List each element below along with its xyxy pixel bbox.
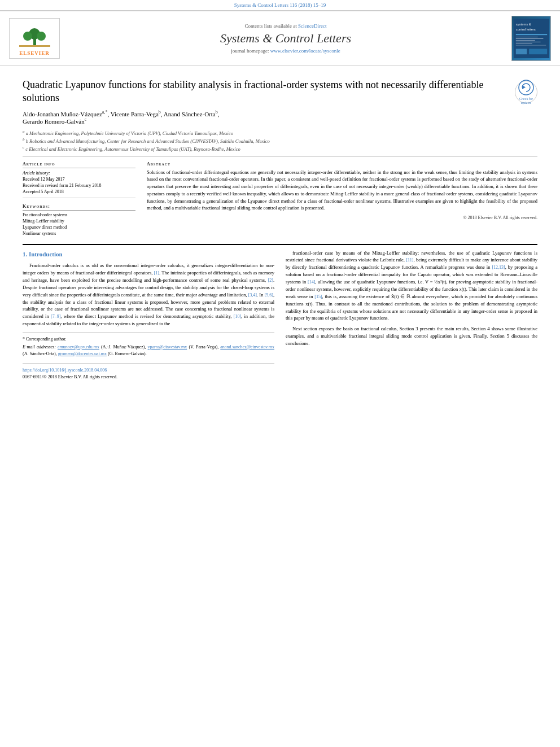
- abstract-heading: Abstract: [147, 161, 537, 167]
- svg-text:control letters: control letters: [515, 28, 535, 31]
- ref-5-6: [5,6]: [265, 292, 273, 298]
- abstract-section: Abstract Solutions of fractional-order d…: [147, 161, 537, 237]
- journal-title: Systems & Control Letters: [65, 31, 506, 46]
- presents-main-results: presents the main results, Section: [419, 326, 485, 331]
- ref-3-4: [3,4]: [248, 292, 257, 298]
- svg-rect-16: [515, 49, 526, 54]
- article-info-heading: Article info: [23, 161, 135, 168]
- elsevier-logo: ELSEVIER: [9, 18, 60, 59]
- authors-line: Aldo-Jonathan Muñoz-Vázqueza,*, Vicente …: [23, 110, 509, 125]
- svg-rect-10: [515, 37, 537, 37]
- author-4: Gerardo Romero-Galván: [23, 118, 85, 125]
- author-3: Anand Sánchez-Orta: [164, 110, 216, 117]
- main-content: Quadratic Lyapunov functions for stabili…: [0, 66, 560, 387]
- journal-header: ELSEVIER Contents lists available at Sci…: [0, 10, 560, 66]
- accepted-date: Accepted 5 April 2018: [23, 189, 135, 194]
- svg-point-3: [23, 32, 32, 41]
- intro-para-2: fractional-order case by means of the Mi…: [286, 250, 537, 322]
- body-content: 1. Introduction Fractional-order calculu…: [23, 250, 537, 381]
- revised-date: Received in revised form 21 February 201…: [23, 183, 135, 188]
- affiliation-a: a a Mechatronic Engineering, Polytechnic…: [23, 129, 537, 136]
- ref-2: [2]: [268, 278, 273, 283]
- keyword-2: Mittag-Leffler stability: [23, 219, 135, 224]
- issn-line: 0167-6911/© 2018 Elsevier B.V. All right…: [23, 374, 274, 381]
- author-1: Aldo-Jonathan Muñoz-Vázquez: [23, 110, 102, 117]
- body-col-left: 1. Introduction Fractional-order calculu…: [23, 250, 274, 381]
- article-meta-section: Article info Article history: Received 1…: [23, 161, 537, 237]
- abstract-text: Solutions of fractional-order differinte…: [147, 169, 537, 212]
- svg-rect-17: [529, 49, 547, 54]
- svg-marker-19: [522, 85, 526, 89]
- keywords-section: Keywords: Fractional-order systems Mitta…: [23, 204, 135, 236]
- svg-point-18: [519, 80, 533, 95]
- journal-cover-image: systems & control letters: [511, 16, 551, 61]
- contents-prefix: Contents lists available at: [245, 23, 297, 29]
- sciencedirect-link[interactable]: ScienceDirect: [298, 23, 326, 29]
- revised-word: revised: [140, 313, 154, 319]
- svg-rect-12: [515, 40, 535, 41]
- svg-rect-11: [515, 38, 543, 39]
- ref-12-13: [12,13]: [492, 265, 505, 270]
- homepage-prefix: journal homepage:: [231, 48, 269, 54]
- intro-para-1: Fractional-order calculus is as old as t…: [23, 262, 274, 327]
- keyword-1: Fractional-order systems: [23, 212, 135, 217]
- affiliations: a a Mechatronic Engineering, Polytechnic…: [23, 129, 537, 151]
- homepage-url[interactable]: www.elsevier.com/locate/sysconle: [270, 48, 340, 54]
- ref-11: [11]: [406, 257, 413, 263]
- contents-available-line: Contents lists available at ScienceDirec…: [65, 23, 506, 29]
- history-label: Article history:: [23, 171, 135, 176]
- svg-text:systems &: systems &: [515, 23, 531, 26]
- ref-1: [1]: [154, 270, 159, 276]
- bottom-links: https://doi.org/10.1016/j.sysconle.2018.…: [23, 363, 274, 381]
- svg-rect-5: [19, 45, 50, 47]
- journal-citation: Systems & Control Letters 116 (2018) 15–…: [234, 2, 326, 8]
- email-1[interactable]: amunozv@upv.edu.mx: [58, 344, 99, 350]
- email-2[interactable]: vparra@cinvestav.mx: [148, 344, 187, 350]
- header-divider: [23, 156, 537, 157]
- keywords-heading: Keywords:: [23, 204, 135, 211]
- check-for-updates-badge: Check forupdates: [515, 81, 537, 103]
- affiliation-c: c c Electrical and Electronic Engineerin…: [23, 145, 537, 152]
- ref-10: [10]: [234, 314, 241, 319]
- copyright: © 2018 Elsevier B.V. All rights reserved…: [147, 215, 537, 220]
- intro-para-3: Next section exposes the basis on fracti…: [286, 325, 537, 347]
- footnote-email: E-mail addresses: amunozv@upv.edu.mx (A.…: [23, 344, 274, 357]
- svg-point-4: [37, 32, 46, 41]
- received-date: Received 12 May 2017: [23, 177, 135, 182]
- footnote-corresponding: * Corresponding author.: [23, 336, 274, 343]
- author-2: Vicente Parra-Vega: [111, 110, 159, 117]
- footnote-section: * Corresponding author. E-mail addresses…: [23, 332, 274, 357]
- ref-14: [14]: [308, 279, 315, 285]
- section1-heading: 1. Introduction: [23, 250, 274, 259]
- svg-rect-15: [515, 45, 545, 46]
- elsevier-brand: ELSEVIER: [19, 50, 50, 56]
- info-divider: [23, 198, 135, 198]
- email-4[interactable]: gromero@docentes.uat.mx: [58, 351, 107, 356]
- svg-rect-9: [515, 34, 546, 35]
- ref-7-9: [7–9]: [51, 314, 60, 319]
- journal-header-middle: Contents lists available at ScienceDirec…: [65, 23, 506, 54]
- svg-rect-13: [515, 42, 540, 42]
- keyword-3: Lyapunov direct method: [23, 225, 135, 230]
- email-3[interactable]: anand.sanchez@cinvestav.mx: [220, 344, 274, 350]
- article-info-panel: Article info Article history: Received 1…: [23, 161, 135, 237]
- elsevier-image: [12, 21, 57, 49]
- body-divider: [23, 244, 537, 245]
- top-bar: Systems & Control Letters 116 (2018) 15–…: [0, 0, 560, 10]
- journal-homepage: journal homepage: www.elsevier.com/locat…: [65, 48, 506, 54]
- svg-rect-14: [515, 43, 532, 44]
- keyword-4: Nonlinear systems: [23, 231, 135, 236]
- paper-title: Quadratic Lyapunov functions for stabili…: [23, 78, 509, 105]
- ref-15: [15]: [314, 294, 322, 299]
- body-col-right: fractional-order case by means of the Mi…: [286, 250, 537, 381]
- affiliation-b: b b Robotics and Advanced Manufacturing,…: [23, 137, 537, 144]
- doi-link[interactable]: https://doi.org/10.1016/j.sysconle.2018.…: [23, 368, 107, 373]
